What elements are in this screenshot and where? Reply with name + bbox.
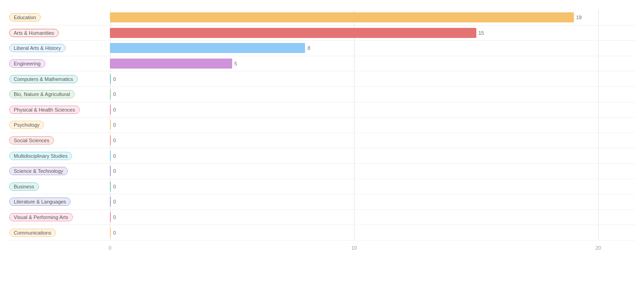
bar-fill: 0: [110, 182, 111, 192]
bar-fill: 0: [110, 212, 111, 222]
bar-row: Physical & Health Sciences0: [9, 102, 635, 118]
bar-label: Engineering: [9, 59, 110, 68]
bar-fill: 0: [110, 166, 111, 176]
bar-fill: 0: [110, 89, 111, 99]
bar-value-label: 0: [113, 168, 116, 174]
bar-value-label: 0: [113, 138, 116, 143]
bar-label-pill: Psychology: [9, 121, 44, 129]
bar-fill: 0: [110, 135, 111, 145]
bar-value-label: 0: [113, 230, 116, 235]
bar-label: Physical & Health Sciences: [9, 106, 110, 114]
bar-fill: 19: [110, 12, 574, 22]
bar-value-label: 19: [576, 15, 582, 20]
bar-row: Engineering5: [9, 56, 635, 72]
bar-label-pill: Social Sciences: [9, 136, 54, 144]
bar-track: 15: [110, 28, 635, 38]
bar-value-label: 0: [113, 153, 116, 159]
bar-fill: 0: [110, 105, 111, 115]
bar-label-pill: Visual & Performing Arts: [9, 213, 73, 221]
bar-value-label: 0: [113, 91, 116, 97]
bar-label-pill: Science & Technology: [9, 167, 68, 175]
bar-value-label: 0: [113, 184, 116, 189]
bar-label-pill: Liberal Arts & History: [9, 44, 65, 52]
bar-value-label: 0: [113, 76, 116, 82]
bar-label: Communications: [9, 229, 110, 237]
bar-track: 5: [110, 59, 635, 69]
bar-row: Education19: [9, 10, 635, 26]
bar-track: 0: [110, 182, 635, 192]
bar-track: 0: [110, 135, 635, 145]
bar-label: Liberal Arts & History: [9, 44, 110, 52]
bar-label-pill: Computers & Mathematics: [9, 75, 78, 83]
bar-track: 8: [110, 43, 635, 53]
bar-fill: 0: [110, 228, 111, 238]
bar-row: Communications0: [9, 225, 635, 241]
bar-value-label: 0: [113, 214, 116, 220]
bar-fill: 8: [110, 43, 305, 53]
bar-label: Arts & Humanities: [9, 29, 110, 37]
bar-label: Multidisciplinary Studies: [9, 152, 110, 160]
bar-label: Psychology: [9, 121, 110, 129]
bar-track: 19: [110, 12, 635, 22]
bar-row: Social Sciences0: [9, 133, 635, 149]
bar-row: Business0: [9, 179, 635, 195]
bar-row: Liberal Arts & History8: [9, 41, 635, 56]
bar-fill: 0: [110, 151, 111, 161]
bar-row: Visual & Performing Arts0: [9, 210, 635, 225]
chart-area: Education19Arts & Humanities15Liberal Ar…: [9, 10, 635, 254]
bar-fill: 15: [110, 28, 476, 38]
bar-track: 0: [110, 74, 635, 84]
bars-wrapper: Education19Arts & Humanities15Liberal Ar…: [9, 10, 635, 254]
bar-row: Arts & Humanities15: [9, 26, 635, 41]
bar-label-pill: Communications: [9, 229, 56, 237]
bar-track: 0: [110, 212, 635, 222]
bar-fill: 0: [110, 74, 111, 84]
bar-track: 0: [110, 228, 635, 238]
bar-value-label: 0: [113, 122, 116, 128]
bar-row: Psychology0: [9, 118, 635, 133]
bar-label: Bio, Nature & Agricultural: [9, 90, 110, 98]
bar-label-pill: Literature & Languages: [9, 198, 71, 206]
bar-label-pill: Multidisciplinary Studies: [9, 152, 72, 160]
bar-track: 0: [110, 151, 635, 161]
bar-value-label: 8: [307, 45, 310, 51]
bar-fill: 5: [110, 59, 232, 69]
bar-fill: 0: [110, 197, 111, 207]
bar-label-pill: Bio, Nature & Agricultural: [9, 90, 75, 98]
bar-track: 0: [110, 105, 635, 115]
bar-row: Science & Technology0: [9, 164, 635, 179]
bar-label: Social Sciences: [9, 136, 110, 144]
bar-label: Education: [9, 13, 110, 21]
bar-track: 0: [110, 166, 635, 176]
bar-fill: 0: [110, 120, 111, 130]
bar-row: Computers & Mathematics0: [9, 71, 635, 87]
bar-value-label: 0: [113, 107, 116, 112]
bar-label: Science & Technology: [9, 167, 110, 175]
bar-label: Visual & Performing Arts: [9, 213, 110, 221]
bar-value-label: 15: [479, 30, 484, 36]
bar-label: Literature & Languages: [9, 198, 110, 206]
bar-row: Multidisciplinary Studies0: [9, 148, 635, 164]
bar-label: Computers & Mathematics: [9, 75, 110, 83]
bar-label-pill: Arts & Humanities: [9, 29, 59, 37]
bar-label-pill: Physical & Health Sciences: [9, 106, 80, 114]
bar-value-label: 5: [235, 61, 237, 66]
bar-track: 0: [110, 89, 635, 99]
bar-row: Literature & Languages0: [9, 194, 635, 210]
chart-container: Education19Arts & Humanities15Liberal Ar…: [0, 0, 644, 289]
bar-label-pill: Education: [9, 13, 41, 21]
bar-label-pill: Business: [9, 182, 39, 191]
bar-label: Business: [9, 182, 110, 191]
bar-track: 0: [110, 197, 635, 207]
bar-label-pill: Engineering: [9, 59, 45, 68]
bar-track: 0: [110, 120, 635, 130]
bar-value-label: 0: [113, 199, 116, 204]
bar-row: Bio, Nature & Agricultural0: [9, 87, 635, 102]
